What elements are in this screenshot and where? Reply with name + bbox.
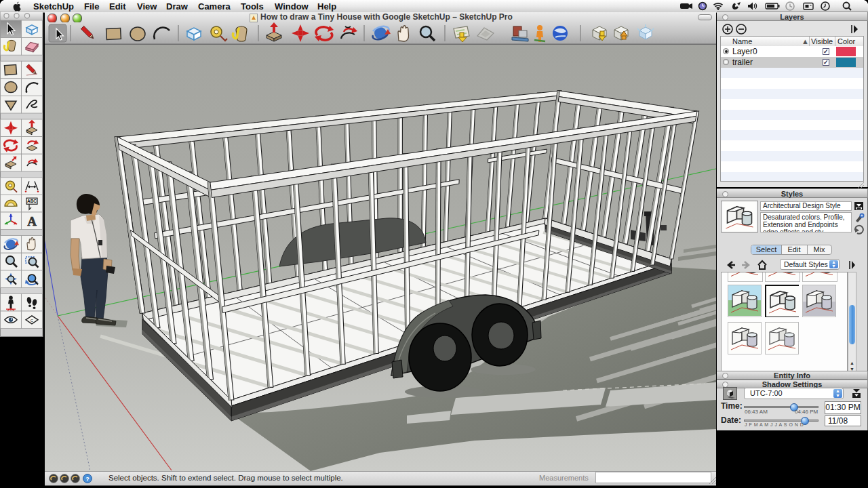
svg-text:C: C: [31, 319, 34, 323]
svg-text:A: A: [27, 214, 37, 228]
svg-text:?: ?: [85, 476, 90, 483]
svg-text:ABC: ABC: [27, 199, 37, 203]
